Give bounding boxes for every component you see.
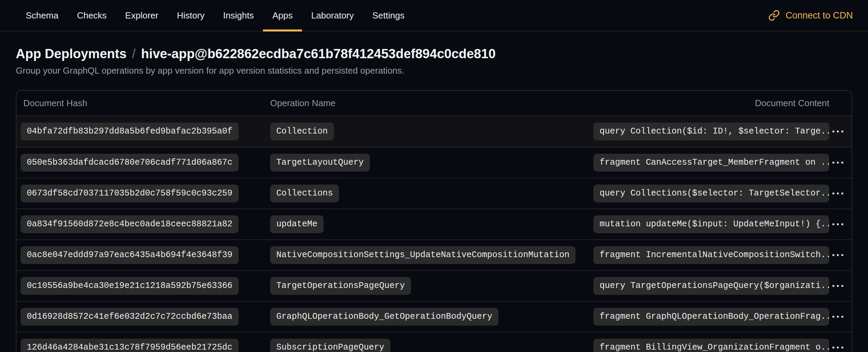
page-head: App Deployments / hive-app@b622862ecdba7… (16, 47, 852, 76)
ellipsis-icon (837, 347, 839, 349)
ellipsis-icon (837, 130, 839, 133)
ellipsis-icon (837, 254, 839, 256)
ellipsis-icon (837, 223, 839, 225)
ellipsis-icon (832, 223, 834, 225)
ellipsis-icon (841, 162, 843, 164)
table-row[interactable]: 0c10556a9be4ca30e19e21c1218a592b75e63366… (16, 270, 852, 301)
row-menu-button[interactable] (830, 128, 846, 135)
operation-name-pill: Collection (270, 123, 334, 140)
ellipsis-icon (837, 162, 839, 164)
row-menu-button[interactable] (830, 313, 846, 320)
table-row[interactable]: 050e5b363dafdcacd6780e706cadf771d06a867c… (16, 147, 852, 178)
nav-tab-settings[interactable]: Settings (363, 0, 414, 31)
ellipsis-icon (841, 130, 843, 133)
column-header-document-hash: Document Hash (16, 98, 270, 109)
document-hash-pill: 0a834f91560d872e8c4bec0ade18ceec88821a82 (21, 215, 239, 233)
ellipsis-icon (841, 316, 843, 318)
document-hash-pill: 126d46a4284abe31c13c78f7959d56eeb21725dc (21, 339, 239, 352)
app-deployments-table: Document Hash Operation Name Document Co… (16, 90, 852, 352)
ellipsis-icon (841, 192, 843, 194)
column-header-document-content: Document Content (755, 98, 829, 109)
table-header-row: Document Hash Operation Name Document Co… (16, 91, 852, 116)
nav-tab-schema[interactable]: Schema (16, 0, 68, 31)
document-content-pill: mutation updateMe($input: UpdateMeInput!… (593, 215, 829, 233)
document-hash-pill: 0c10556a9be4ca30e19e21c1218a592b75e63366 (21, 277, 239, 295)
document-hash-pill: 04bfa72dfb83b297dd8a5b6fed9bafac2b395a0f (21, 123, 239, 140)
breadcrumb-current-app: hive-app@b622862ecdba7c61b78f412453def89… (141, 47, 496, 61)
connect-to-cdn-label: Connect to CDN (785, 10, 853, 21)
row-menu-button[interactable] (830, 344, 846, 351)
table-row[interactable]: 0673df58cd7037117035b2d0c758f59c0c93c259… (16, 178, 852, 209)
ellipsis-icon (841, 285, 843, 287)
breadcrumb-separator: / (132, 47, 136, 61)
document-content-pill: fragment GraphQLOperationBody_OperationF… (593, 308, 829, 326)
nav-tab-laboratory[interactable]: Laboratory (302, 0, 363, 31)
breadcrumb: App Deployments / hive-app@b622862ecdba7… (16, 47, 852, 61)
table-row[interactable]: 0d16928d8572c41ef6e032d2c7c72ccbd6e73baa… (16, 301, 852, 332)
row-menu-button[interactable] (830, 251, 846, 259)
operation-name-pill: SubscriptionPageQuery (270, 339, 390, 352)
main-content: App Deployments / hive-app@b622862ecdba7… (0, 47, 868, 352)
document-hash-pill: 0d16928d8572c41ef6e032d2c7c72ccbd6e73baa (21, 308, 239, 326)
ellipsis-icon (841, 223, 843, 225)
breadcrumb-root: App Deployments (16, 47, 126, 61)
operation-name-pill: GraphQLOperationBody_GetOperationBodyQue… (270, 308, 498, 326)
nav-tab-checks[interactable]: Checks (68, 0, 116, 31)
table-body: 04bfa72dfb83b297dd8a5b6fed9bafac2b395a0f… (16, 116, 852, 352)
operation-name-pill: NativeCompositionSettings_UpdateNativeCo… (270, 246, 576, 264)
document-content-pill: fragment BillingView_OrganizationFragmen… (593, 339, 829, 352)
page-subtitle: Group your GraphQL operations by app ver… (16, 65, 852, 76)
document-content-pill: query Collection($id: ID!, $selector: Ta… (593, 123, 829, 140)
document-hash-pill: 0ac8e047eddd97a97eac6435a4b694f4e3648f39 (21, 246, 239, 264)
ellipsis-icon (832, 254, 834, 256)
table-row[interactable]: 0ac8e047eddd97a97eac6435a4b694f4e3648f39… (16, 239, 852, 270)
document-content-pill: query Collections($selector: TargetSelec… (593, 185, 829, 202)
column-header-operation-name: Operation Name (270, 98, 593, 109)
ellipsis-icon (832, 162, 834, 164)
row-menu-button[interactable] (830, 190, 846, 197)
table-row[interactable]: 04bfa72dfb83b297dd8a5b6fed9bafac2b395a0f… (16, 116, 852, 147)
table-row[interactable]: 0a834f91560d872e8c4bec0ade18ceec88821a82… (16, 209, 852, 239)
nav-tab-explorer[interactable]: Explorer (116, 0, 168, 31)
primary-nav: SchemaChecksExplorerHistoryInsightsAppsL… (16, 0, 414, 31)
ellipsis-icon (837, 285, 839, 287)
ellipsis-icon (832, 316, 834, 318)
ellipsis-icon (841, 254, 843, 256)
ellipsis-icon (832, 130, 834, 133)
table-row[interactable]: 126d46a4284abe31c13c78f7959d56eeb21725dc… (16, 332, 852, 352)
ellipsis-icon (837, 192, 839, 194)
operation-name-pill: TargetLayoutQuery (270, 154, 370, 172)
row-menu-button[interactable] (830, 159, 846, 166)
operation-name-pill: TargetOperationsPageQuery (270, 277, 411, 295)
document-hash-pill: 050e5b363dafdcacd6780e706cadf771d06a867c (21, 154, 239, 172)
nav-tab-apps[interactable]: Apps (263, 0, 302, 31)
document-content-pill: fragment IncrementalNativeCompositionSwi… (593, 246, 829, 264)
connect-to-cdn-button[interactable]: Connect to CDN (768, 0, 853, 31)
operation-name-pill: updateMe (270, 215, 324, 233)
document-hash-pill: 0673df58cd7037117035b2d0c758f59c0c93c259 (21, 185, 239, 202)
row-menu-button[interactable] (830, 221, 846, 228)
ellipsis-icon (832, 347, 834, 349)
document-content-pill: query TargetOperationsPageQuery($organiz… (593, 277, 829, 295)
nav-tab-history[interactable]: History (168, 0, 214, 31)
nav-tab-insights[interactable]: Insights (214, 0, 263, 31)
link-icon (768, 10, 780, 21)
ellipsis-icon (841, 347, 843, 349)
row-menu-button[interactable] (830, 282, 846, 290)
ellipsis-icon (832, 192, 834, 194)
ellipsis-icon (837, 316, 839, 318)
document-content-pill: fragment CanAccessTarget_MemberFragment … (593, 154, 829, 172)
operation-name-pill: Collections (270, 185, 339, 202)
top-bar: SchemaChecksExplorerHistoryInsightsAppsL… (0, 0, 868, 32)
ellipsis-icon (832, 285, 834, 287)
